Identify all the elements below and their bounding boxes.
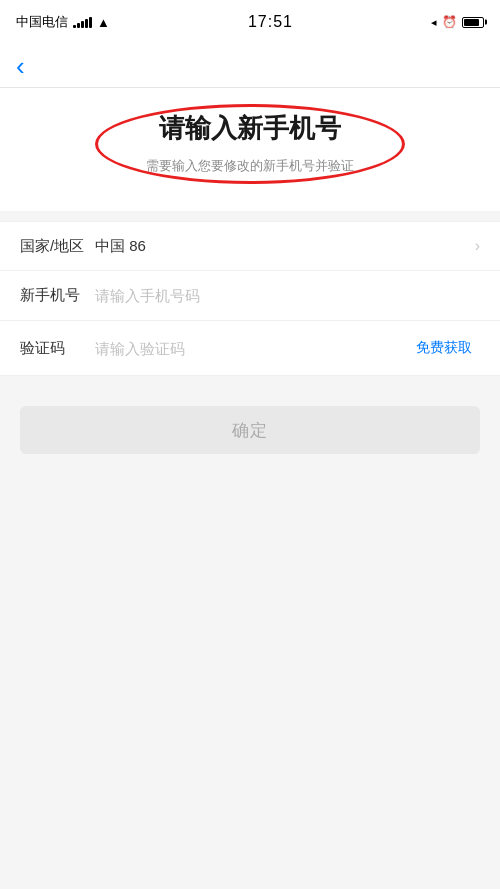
wifi-icon: ▲ — [97, 15, 110, 30]
status-bar-time: 17:51 — [248, 13, 293, 31]
phone-label: 新手机号 — [20, 286, 85, 305]
header-section: 请输入新手机号 需要输入您要修改的新手机号并验证 — [0, 88, 500, 211]
status-bar-left: 中国电信 ▲ — [16, 13, 110, 31]
verify-row: 验证码 免费获取 — [0, 321, 500, 376]
battery-icon — [462, 17, 484, 28]
signal-icon — [73, 16, 92, 28]
page-title: 请输入新手机号 — [20, 112, 480, 146]
verify-input[interactable] — [85, 340, 408, 357]
confirm-button[interactable]: 确定 — [20, 406, 480, 454]
country-chevron-icon: › — [475, 237, 480, 255]
confirm-section: 确定 — [0, 386, 500, 474]
form-section: 国家/地区 中国 86 › 新手机号 验证码 免费获取 — [0, 221, 500, 376]
phone-row: 新手机号 — [0, 271, 500, 321]
country-row[interactable]: 国家/地区 中国 86 › — [0, 221, 500, 271]
status-bar: 中国电信 ▲ 17:51 ◂ ⏰ — [0, 0, 500, 44]
battery-fill — [464, 19, 479, 26]
title-section: 请输入新手机号 需要输入您要修改的新手机号并验证 — [20, 112, 480, 175]
back-button[interactable]: ‹ — [16, 48, 30, 84]
alarm-icon: ⏰ — [442, 15, 457, 29]
carrier-label: 中国电信 — [16, 13, 68, 31]
nav-bar: ‹ — [0, 44, 500, 88]
page-subtitle: 需要输入您要修改的新手机号并验证 — [20, 156, 480, 176]
get-code-button[interactable]: 免费获取 — [408, 335, 480, 361]
location-icon: ◂ — [431, 16, 437, 29]
status-bar-right: ◂ ⏰ — [431, 15, 484, 29]
country-label: 国家/地区 — [20, 237, 85, 256]
back-chevron-icon: ‹ — [16, 53, 25, 79]
verify-label: 验证码 — [20, 339, 85, 358]
phone-input[interactable] — [85, 287, 480, 304]
country-value: 中国 86 — [85, 237, 475, 256]
